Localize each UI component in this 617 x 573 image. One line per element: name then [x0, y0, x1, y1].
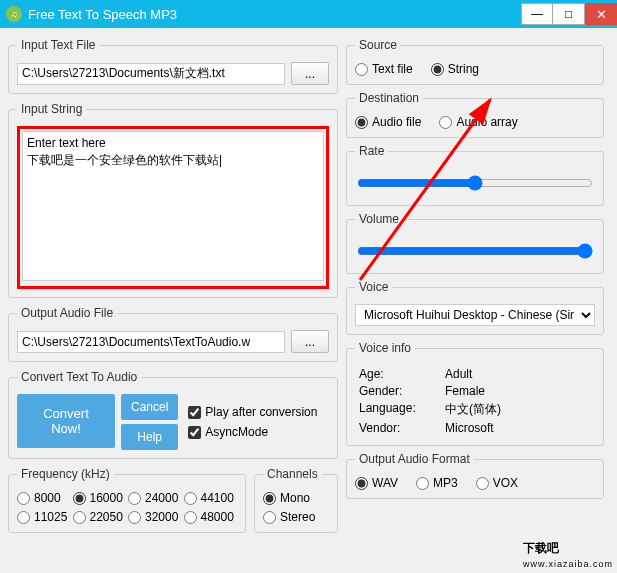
output-format-option-radio-mp3[interactable]: [416, 477, 429, 490]
frequency-option-22050[interactable]: 22050: [73, 510, 127, 524]
output-format-option-label-wav: WAV: [372, 476, 398, 490]
destination-option-audio-array[interactable]: Audio array: [439, 115, 517, 129]
frequency-option-8000[interactable]: 8000: [17, 491, 71, 505]
maximize-button[interactable]: □: [553, 3, 585, 25]
destination-legend: Destination: [355, 91, 423, 105]
convert-legend: Convert Text To Audio: [17, 370, 141, 384]
async-mode-label: AsyncMode: [205, 425, 268, 439]
channels-group: Channels MonoStereo: [254, 467, 338, 533]
help-button[interactable]: Help: [121, 424, 178, 450]
language-value: 中文(简体): [445, 401, 591, 418]
frequency-option-radio-48000[interactable]: [184, 511, 197, 524]
vendor-value: Microsoft: [445, 421, 591, 435]
frequency-option-radio-8000[interactable]: [17, 492, 30, 505]
age-label: Age:: [359, 367, 439, 381]
age-value: Adult: [445, 367, 591, 381]
input-text-file-legend: Input Text File: [17, 38, 99, 52]
gender-label: Gender:: [359, 384, 439, 398]
rate-slider[interactable]: [357, 174, 593, 192]
frequency-option-32000[interactable]: 32000: [128, 510, 182, 524]
output-format-group: Output Audio Format WAVMP3VOX: [346, 452, 604, 499]
async-mode-checkbox-row[interactable]: AsyncMode: [188, 425, 317, 439]
input-string-group: Input String Enter text here 下载吧是一个安全绿色的…: [8, 102, 338, 298]
source-option-radio-text-file[interactable]: [355, 63, 368, 76]
frequency-option-label-24000: 24000: [145, 491, 178, 505]
output-format-option-mp3[interactable]: MP3: [416, 476, 458, 490]
input-string-highlight: Enter text here 下载吧是一个安全绿色的软件下载站|: [17, 126, 329, 289]
frequency-group: Frequency (kHz) 800016000240004410011025…: [8, 467, 246, 533]
frequency-option-radio-44100[interactable]: [184, 492, 197, 505]
source-option-text-file[interactable]: Text file: [355, 62, 413, 76]
frequency-option-label-11025: 11025: [34, 510, 67, 524]
frequency-option-label-32000: 32000: [145, 510, 178, 524]
frequency-option-16000[interactable]: 16000: [73, 491, 127, 505]
frequency-option-radio-22050[interactable]: [73, 511, 86, 524]
input-string-legend: Input String: [17, 102, 86, 116]
source-option-string[interactable]: String: [431, 62, 479, 76]
frequency-option-11025[interactable]: 11025: [17, 510, 71, 524]
minimize-button[interactable]: —: [521, 3, 553, 25]
convert-now-button[interactable]: Convert Now!: [17, 394, 115, 448]
vendor-label: Vendor:: [359, 421, 439, 435]
source-legend: Source: [355, 38, 401, 52]
output-format-option-vox[interactable]: VOX: [476, 476, 518, 490]
frequency-option-radio-16000[interactable]: [73, 492, 86, 505]
titlebar: ♫ Free Text To Speech MP3 — □ ✕: [0, 0, 617, 28]
source-option-label-string: String: [448, 62, 479, 76]
input-text-file-group: Input Text File ...: [8, 38, 338, 94]
frequency-option-label-22050: 22050: [90, 510, 123, 524]
voice-info-legend: Voice info: [355, 341, 415, 355]
app-icon: ♫: [6, 6, 22, 22]
frequency-option-radio-24000[interactable]: [128, 492, 141, 505]
frequency-option-24000[interactable]: 24000: [128, 491, 182, 505]
frequency-option-48000[interactable]: 48000: [184, 510, 238, 524]
gender-value: Female: [445, 384, 591, 398]
output-format-option-radio-wav[interactable]: [355, 477, 368, 490]
output-format-option-label-mp3: MP3: [433, 476, 458, 490]
async-mode-checkbox[interactable]: [188, 426, 201, 439]
destination-option-radio-audio-array[interactable]: [439, 116, 452, 129]
convert-group: Convert Text To Audio Convert Now! Cance…: [8, 370, 338, 459]
input-string-textarea[interactable]: Enter text here 下载吧是一个安全绿色的软件下载站|: [22, 131, 324, 281]
channels-option-mono[interactable]: Mono: [263, 491, 329, 505]
window-title: Free Text To Speech MP3: [28, 7, 521, 22]
play-after-checkbox-row[interactable]: Play after conversion: [188, 405, 317, 419]
channels-option-stereo[interactable]: Stereo: [263, 510, 329, 524]
voice-info-group: Voice info Age: Adult Gender: Female Lan…: [346, 341, 604, 446]
output-format-option-radio-vox[interactable]: [476, 477, 489, 490]
output-file-browse-button[interactable]: ...: [291, 330, 329, 353]
destination-group: Destination Audio fileAudio array: [346, 91, 604, 138]
frequency-legend: Frequency (kHz): [17, 467, 114, 481]
source-option-radio-string[interactable]: [431, 63, 444, 76]
output-audio-file-legend: Output Audio File: [17, 306, 117, 320]
output-file-path[interactable]: [17, 331, 285, 353]
source-group: Source Text fileString: [346, 38, 604, 85]
frequency-option-radio-32000[interactable]: [128, 511, 141, 524]
volume-slider[interactable]: [357, 242, 593, 260]
language-label: Language:: [359, 401, 439, 418]
frequency-option-44100[interactable]: 44100: [184, 491, 238, 505]
voice-legend: Voice: [355, 280, 392, 294]
cancel-button[interactable]: Cancel: [121, 394, 178, 420]
rate-group: Rate: [346, 144, 604, 206]
frequency-option-label-44100: 44100: [201, 491, 234, 505]
destination-option-label-audio-array: Audio array: [456, 115, 517, 129]
input-file-browse-button[interactable]: ...: [291, 62, 329, 85]
output-format-legend: Output Audio Format: [355, 452, 474, 466]
frequency-option-label-16000: 16000: [90, 491, 123, 505]
channels-option-radio-stereo[interactable]: [263, 511, 276, 524]
source-option-label-text-file: Text file: [372, 62, 413, 76]
play-after-checkbox[interactable]: [188, 406, 201, 419]
volume-group: Volume: [346, 212, 604, 274]
voice-group: Voice Microsoft Huihui Desktop - Chinese…: [346, 280, 604, 335]
channels-option-radio-mono[interactable]: [263, 492, 276, 505]
voice-select[interactable]: Microsoft Huihui Desktop - Chinese (Sim: [355, 304, 595, 326]
destination-option-radio-audio-file[interactable]: [355, 116, 368, 129]
close-button[interactable]: ✕: [585, 3, 617, 25]
channels-option-label-stereo: Stereo: [280, 510, 315, 524]
input-file-path[interactable]: [17, 63, 285, 85]
destination-option-audio-file[interactable]: Audio file: [355, 115, 421, 129]
output-format-option-wav[interactable]: WAV: [355, 476, 398, 490]
output-audio-file-group: Output Audio File ...: [8, 306, 338, 362]
frequency-option-radio-11025[interactable]: [17, 511, 30, 524]
